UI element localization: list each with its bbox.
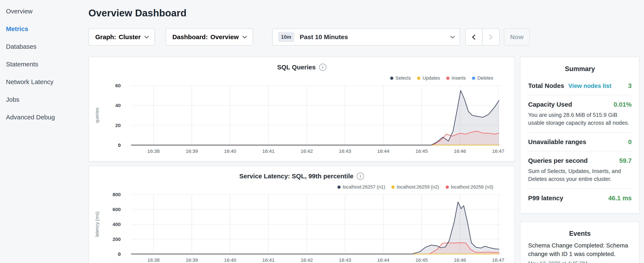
time-step-buttons [465, 29, 500, 46]
svg-text:16:45: 16:45 [416, 148, 428, 154]
charts-column: SQL Queries i SelectsUpdatesInsertsDelet… [88, 57, 515, 263]
legend-dot-icon [472, 77, 475, 80]
summary-label: P99 latency [528, 194, 563, 202]
svg-text:0: 0 [118, 251, 121, 257]
summary-description: You are using 28.6 MiB of 515.9 GiB usab… [528, 111, 632, 127]
svg-text:400: 400 [112, 221, 120, 227]
sidebar-item-metrics[interactable]: Metrics [6, 20, 88, 38]
time-back-button[interactable] [465, 29, 483, 46]
svg-text:20: 20 [115, 123, 121, 128]
chart-title-sql-queries: SQL Queries [277, 64, 316, 71]
svg-text:16:42: 16:42 [301, 148, 313, 154]
summary-row-queries-per-second: Queries per second 59.7 Sum of Selects, … [528, 151, 632, 188]
service-latency-chart[interactable]: 020040060080016:3816:3916:4016:4116:4216… [89, 191, 514, 263]
sidebar-item-overview[interactable]: Overview [6, 2, 88, 20]
event-text: Schema Change Completed: Schema change w… [528, 241, 632, 258]
summary-label: Unavailable ranges [528, 138, 586, 146]
svg-text:40: 40 [115, 103, 121, 108]
legend-label: Updates [422, 75, 440, 81]
event-timestamp: May 13, 2020 at 4:45 PM [528, 260, 632, 263]
svg-text:60: 60 [115, 83, 121, 88]
info-icon[interactable]: i [357, 173, 364, 180]
service-latency-panel: Service Latency: SQL, 99th percentile i … [88, 166, 515, 263]
svg-text:16:46: 16:46 [454, 257, 466, 263]
view-nodes-list-link[interactable]: View nodes list [568, 83, 611, 89]
svg-text:16:41: 16:41 [262, 257, 274, 263]
events-panel: Events Schema Change Completed: Schema c… [520, 221, 640, 263]
time-range-selector[interactable]: 10m Past 10 Minutes [272, 29, 460, 46]
chevron-left-icon [472, 35, 477, 40]
legend-item[interactable]: localhost:26259 (n2) [392, 184, 439, 190]
dashboard-dropdown[interactable]: Dashboard: Overview [166, 29, 253, 46]
sidebar-item-jobs[interactable]: Jobs [6, 91, 88, 108]
legend-dot-icon [446, 77, 450, 80]
svg-text:16:38: 16:38 [147, 148, 160, 154]
chart-title-service-latency: Service Latency: SQL, 99th percentile [240, 173, 354, 180]
legend-label: Inserts [452, 75, 466, 81]
sql-queries-panel: SQL Queries i SelectsUpdatesInsertsDelet… [88, 57, 515, 162]
svg-text:queries: queries [94, 108, 100, 123]
svg-text:16:43: 16:43 [339, 148, 351, 154]
chart-legend: localhost:26257 (n1)localhost:26259 (n2)… [89, 183, 514, 191]
legend-item[interactable]: localhost:26257 (n1) [338, 184, 385, 190]
right-sidebar: Summary Total Nodes View nodes list 3 Ca… [520, 57, 640, 263]
legend-dot-icon [446, 185, 449, 189]
summary-description: Sum of Selects, Updates, Inserts, and De… [528, 167, 632, 183]
summary-value: 0.01% [614, 101, 632, 108]
graph-scope-value: Cluster [119, 34, 140, 41]
sidebar-item-advanced-debug[interactable]: Advanced Debug [6, 108, 88, 126]
sidebar: Overview Metrics Databases Statements Ne… [0, 0, 88, 126]
sidebar-item-statements[interactable]: Statements [6, 55, 88, 73]
main-content: Overview Dashboard Graph: Cluster Dashbo… [88, 0, 644, 263]
summary-label: Capacity Used [528, 101, 572, 108]
legend-item[interactable]: Deletes [472, 75, 493, 81]
chart-legend: SelectsUpdatesInsertsDeletes [89, 74, 514, 82]
graph-scope-label: Graph: [95, 34, 116, 41]
svg-text:16:44: 16:44 [377, 257, 390, 263]
chevron-down-icon [450, 34, 455, 38]
legend-item[interactable]: localhost:26258 (n3) [446, 184, 493, 190]
summary-panel: Summary Total Nodes View nodes list 3 Ca… [520, 57, 640, 214]
svg-text:16:46: 16:46 [454, 148, 466, 154]
events-title: Events [528, 228, 632, 241]
legend-dot-icon [390, 77, 393, 80]
legend-item[interactable]: Selects [390, 75, 411, 81]
graph-scope-dropdown[interactable]: Graph: Cluster [88, 29, 155, 46]
summary-label: Total Nodes [528, 82, 564, 89]
legend-label: localhost:26257 (n1) [343, 184, 385, 190]
summary-value: 0 [628, 138, 632, 146]
sidebar-item-databases[interactable]: Databases [6, 38, 88, 55]
svg-text:0: 0 [118, 142, 121, 148]
summary-row-total-nodes: Total Nodes View nodes list 3 [528, 77, 632, 95]
summary-row-p99-latency: P99 latency 46.1 ms [528, 188, 632, 207]
time-window-badge: 10m [278, 32, 294, 42]
sql-queries-chart[interactable]: 020406016:3816:3916:4016:4116:4216:4316:… [89, 82, 514, 156]
svg-text:16:39: 16:39 [186, 148, 198, 154]
summary-value: 59.7 [619, 157, 632, 164]
svg-text:200: 200 [112, 236, 120, 242]
svg-text:16:42: 16:42 [301, 257, 313, 263]
svg-text:16:41: 16:41 [262, 148, 274, 154]
svg-text:16:44: 16:44 [377, 148, 390, 154]
event-item[interactable]: Schema Change Completed: Schema change w… [528, 241, 632, 263]
legend-item[interactable]: Inserts [446, 75, 466, 81]
chevron-right-icon [488, 35, 492, 40]
dashboard-value: Overview [210, 34, 238, 41]
sidebar-item-network-latency[interactable]: Network Latency [6, 73, 88, 91]
summary-label: Queries per second [528, 157, 588, 164]
legend-item[interactable]: Updates [417, 75, 440, 81]
now-button[interactable]: Now [504, 29, 530, 46]
legend-dot-icon [417, 77, 420, 80]
dashboard-controls: Graph: Cluster Dashboard: Overview 10m P… [88, 29, 644, 46]
legend-label: localhost:26258 (n3) [451, 184, 493, 190]
chevron-down-icon [144, 34, 149, 38]
time-forward-button[interactable] [482, 29, 500, 46]
summary-value: 3 [628, 82, 632, 89]
info-icon[interactable]: i [319, 64, 326, 71]
summary-value: 46.1 ms [608, 194, 632, 202]
svg-text:16:45: 16:45 [416, 257, 428, 263]
svg-text:latency (ms): latency (ms) [94, 211, 100, 237]
legend-label: localhost:26259 (n2) [397, 184, 439, 190]
summary-title: Summary [528, 63, 632, 77]
svg-text:600: 600 [112, 207, 120, 212]
